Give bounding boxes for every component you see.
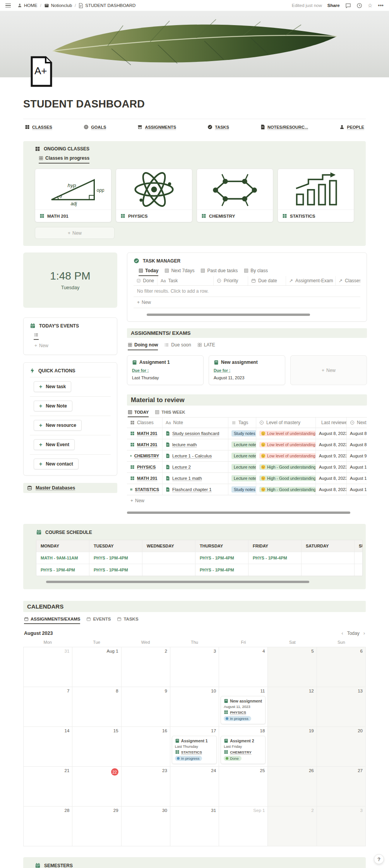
material-cell[interactable]: August 8, 20 [347, 439, 367, 450]
calendar-cell[interactable]: 5 [268, 647, 317, 687]
material-row[interactable]: STATISTICSFlashcard chapter 1Study notes… [127, 484, 367, 495]
nav-item-tasks[interactable]: TASKS [207, 124, 229, 130]
schedule-cell[interactable] [248, 564, 302, 576]
column-header-level-of-mastery[interactable]: Level of mastery [256, 418, 316, 428]
material-cell[interactable]: August 9, 2023 [316, 462, 347, 472]
class-card-chemistry[interactable]: CHEMISTRY [197, 169, 273, 222]
calendar-cell[interactable]: 31 [24, 647, 72, 687]
material-cell[interactable]: Low level of understanding [256, 428, 316, 439]
calendar-event-card[interactable]: New assignmentAugust 11, 2023PHYSICSIn p… [221, 696, 266, 724]
calendar-cell[interactable]: 2 [268, 807, 317, 846]
schedule-cell[interactable] [355, 564, 363, 576]
column-header-classes[interactable]: Classes [127, 418, 163, 428]
new-event-row[interactable]: + New [34, 340, 111, 348]
assignment-card-2[interactable]: New assignment Due for : August 11, 2023 [209, 355, 285, 385]
assignment-card-1[interactable]: Assignment 1 Due for : Last Thursday [127, 355, 204, 385]
material-cell[interactable]: Lecture 1 - Calculus [163, 450, 228, 461]
calendar-cell[interactable]: 29 [72, 807, 121, 846]
schedule-cell[interactable] [142, 552, 195, 564]
help-button[interactable]: ? [374, 854, 384, 864]
material-cell[interactable]: August 8, 2023 [316, 428, 347, 439]
calendar-cell[interactable]: 10 [170, 687, 219, 727]
calendar-cell[interactable]: 8 [72, 687, 121, 727]
quick-action-new-note[interactable]: +New Note [34, 401, 72, 411]
schedule-cell[interactable]: MATH - 9AM-11AM [36, 552, 89, 564]
calendar-event-card[interactable]: Assignment 1Last ThursdaySTATISTICSIn pr… [172, 736, 217, 764]
column-header-note[interactable]: AaNote [163, 418, 228, 428]
calendar-cell[interactable]: 26 [268, 767, 317, 807]
column-header-next-revi[interactable]: Next revi [347, 418, 367, 428]
hamburger-menu-icon[interactable] [5, 3, 11, 8]
material-cell[interactable]: August 12, 2 [347, 473, 367, 484]
material-row[interactable]: CHEMISTRYLecture 1 - CalculusLecture not… [127, 450, 367, 462]
material-cell[interactable]: August 9, 20 [347, 450, 367, 461]
new-task-row[interactable]: + New [134, 297, 360, 308]
calendar-cell[interactable]: 28 [24, 807, 72, 846]
schedule-cell[interactable] [302, 552, 355, 564]
calendar-cell[interactable]: 3 [317, 807, 366, 846]
calendar-cell[interactable]: 9 [122, 687, 170, 727]
favorite-star-icon[interactable]: ☆ [368, 3, 373, 8]
horizontal-scrollbar[interactable] [127, 512, 350, 514]
material-row[interactable]: MATH 201Lecture 1 mathLecture notesHigh … [127, 473, 367, 484]
schedule-cell[interactable] [355, 552, 363, 564]
material-cell[interactable]: High - Good understanding [256, 484, 316, 495]
calendar-cell[interactable]: 2 [122, 647, 170, 687]
history-clock-icon[interactable] [356, 3, 362, 9]
schedule-cell[interactable]: PHYS - 1PM-4PM [36, 564, 89, 576]
due-for-link[interactable]: Due for : [214, 368, 280, 373]
material-cell[interactable]: Study session flashcard [163, 428, 228, 439]
schedule-cell[interactable]: PHYS - 1PM-4PM [89, 552, 142, 564]
material-cell[interactable]: MATH 201 [127, 473, 163, 484]
column-header-task[interactable]: AaTask [158, 276, 214, 285]
calendar-cell[interactable]: 20 [317, 727, 366, 767]
calendar-cell[interactable]: 23 [122, 767, 170, 807]
material-cell[interactable]: Flashcard chapter 1 [163, 484, 228, 495]
column-header-assignment-exam[interactable]: ↗Assignment-Exam [286, 276, 336, 285]
new-class-button[interactable]: + New [35, 227, 115, 239]
tab-past-due-tasks[interactable]: Past due tasks [200, 268, 238, 276]
material-cell[interactable]: August 9, 2023 [316, 450, 347, 461]
material-cell[interactable]: lecture math [163, 439, 228, 450]
material-cell[interactable]: CHEMISTRY [127, 450, 163, 461]
calendar-cell[interactable]: 14 [24, 727, 72, 767]
calendar-cell[interactable]: 11New assignmentAugust 11, 2023PHYSICSIn… [219, 687, 268, 727]
material-cell[interactable]: August 12, 2 [347, 484, 367, 495]
calendar-cell[interactable]: 6 [317, 647, 366, 687]
tab-events-list[interactable] [34, 333, 39, 340]
master-databases-toggle[interactable]: Master Databases [23, 483, 117, 493]
calendar-cell[interactable]: 3 [170, 647, 219, 687]
material-row[interactable]: MATH 201Study session flashcardStudy not… [127, 428, 367, 439]
new-assignment-button[interactable]: + New [290, 355, 367, 385]
tab-classes-in-progress[interactable]: Classes in progress [39, 155, 89, 164]
material-cell[interactable]: High - Good understanding [256, 462, 316, 472]
quick-action-new-event[interactable]: +New Event [34, 439, 75, 450]
material-cell[interactable]: Study notes [228, 484, 256, 495]
column-header-last-reviewed[interactable]: Last reviewed [316, 418, 347, 428]
material-cell[interactable]: August 8, 2023 [316, 473, 347, 484]
calendar-cell[interactable]: 19 [268, 727, 317, 767]
horizontal-scrollbar[interactable] [46, 581, 309, 583]
tab-next-7days[interactable]: Next 7days [165, 268, 194, 276]
material-cell[interactable]: Study notes [228, 428, 256, 439]
calendar-cell[interactable]: 31 [170, 807, 219, 846]
column-header-due-date[interactable]: Due date [248, 276, 286, 285]
material-cell[interactable]: MATH 201 [127, 428, 163, 439]
breadcrumb-home[interactable]: HOME [17, 3, 38, 8]
share-button[interactable]: Share [327, 3, 340, 8]
calendar-cell[interactable]: 21 [24, 767, 72, 807]
calendar-cell[interactable]: 25 [219, 767, 268, 807]
tab-assignments-exams[interactable]: ASSIGNMENTS/EXAMS [24, 617, 80, 624]
material-cell[interactable]: Lecture notes [228, 473, 256, 484]
calendar-cell[interactable]: Aug 1 [72, 647, 121, 687]
comments-icon[interactable] [345, 3, 351, 9]
nav-item-notes-resources[interactable]: NOTES/RESOURC... [260, 124, 308, 130]
nav-item-assignments[interactable]: ASSIGNMENTS [137, 124, 176, 130]
calendar-cell[interactable]: 27 [317, 767, 366, 807]
calendar-cell[interactable]: 16 [122, 727, 170, 767]
task-table-empty-row[interactable]: No filter results. Click to add a row. [134, 286, 360, 297]
tab-today[interactable]: Today [139, 268, 158, 276]
tab-this-week[interactable]: THIS WEEK [155, 410, 185, 417]
calendar-cell[interactable]: 30 [122, 807, 170, 846]
column-header-priority[interactable]: Priority [214, 276, 248, 285]
